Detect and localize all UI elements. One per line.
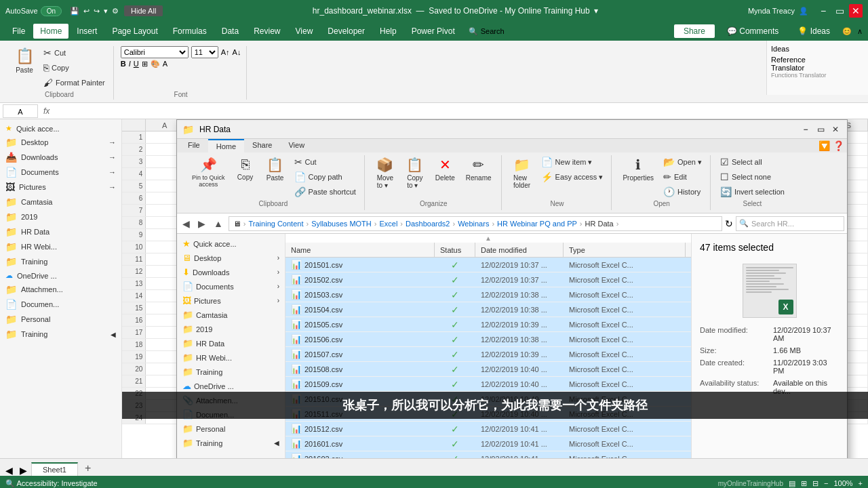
nav-hrwebinar-item[interactable]: 📁 HR Webi... — [177, 350, 285, 365]
back-btn[interactable]: ◀ — [180, 217, 193, 230]
exp-paste-btn[interactable]: 📋 Paste — [262, 155, 289, 183]
zoom-in-btn[interactable]: + — [859, 479, 863, 487]
exp-copy-to-btn[interactable]: 📋 Copyto ▾ — [401, 155, 429, 190]
breadcrumb-syllabuses[interactable]: Syllabuses MOTH — [311, 220, 372, 228]
search-box[interactable]: 🔍 Search — [469, 27, 505, 36]
minimize-button[interactable]: − — [816, 4, 830, 18]
nav-personal-item[interactable]: 📁 Personal — [177, 422, 285, 436]
exp-easy-access-btn[interactable]: ⚡ Easy access ▾ — [538, 170, 606, 184]
save-icon[interactable]: 💾 — [70, 7, 79, 16]
nav-downloads[interactable]: 📥 Downloads → — [0, 150, 121, 165]
comments-button[interactable]: 💬 Comments — [720, 24, 785, 38]
sheet-tab-sheet1[interactable]: Sheet1 — [31, 462, 78, 476]
refresh-btn[interactable]: ↻ — [725, 218, 733, 229]
exp-new-folder-btn[interactable]: 📁 Newfolder — [509, 155, 536, 190]
explorer-minimize-btn[interactable]: − — [800, 123, 812, 136]
exp-paste-shortcut-btn[interactable]: 🔗 Paste shortcut — [292, 185, 359, 199]
menu-help[interactable]: Help — [373, 24, 403, 39]
menu-page-layout[interactable]: Page Layout — [105, 24, 164, 39]
exp-copy-btn[interactable]: ⎘ Copy — [232, 155, 259, 182]
nav-desktop-item[interactable]: 🖥 Desktop › — [177, 251, 285, 265]
cut-button[interactable]: ✂ Cut — [41, 46, 108, 60]
accessibility-label[interactable]: 🔍 Accessibility: Investigate — [5, 479, 98, 488]
explorer-close-btn[interactable]: ✕ — [829, 123, 842, 136]
italic-btn[interactable]: I — [129, 60, 131, 68]
nav-hr-data[interactable]: 📁 HR Data — [0, 224, 121, 239]
exp-delete-btn[interactable]: ✕ Delete — [431, 155, 459, 183]
menu-data[interactable]: Data — [215, 24, 245, 39]
nav-pictures-item[interactable]: 🖼 Pictures › — [177, 293, 285, 308]
file-row[interactable]: 📊 201512.csv ✓ 12/02/2019 10:41 ... Micr… — [285, 422, 691, 436]
exp-properties-btn[interactable]: ℹ Properties — [618, 155, 658, 183]
view-page-break-btn[interactable]: ⊟ — [812, 479, 818, 488]
menu-power-pivot[interactable]: Power Pivot — [405, 24, 462, 39]
font-color-btn[interactable]: A — [163, 60, 167, 68]
file-row[interactable]: 📊 201502.csv ✓ 12/02/2019 10:37 ... Micr… — [285, 272, 691, 287]
file-row[interactable]: 📊 201503.csv ✓ 12/02/2019 10:38 ... Micr… — [285, 287, 691, 302]
breadcrumb-excel[interactable]: Excel — [379, 220, 397, 228]
exp-new-item-btn[interactable]: 📄 New item ▾ — [538, 155, 606, 169]
format-painter-button[interactable]: 🖌 Format Painter — [41, 76, 108, 89]
breadcrumb-webinars[interactable]: Webinars — [458, 220, 489, 228]
col-header-date[interactable]: Date modified — [475, 243, 564, 257]
zoom-out-btn[interactable]: − — [824, 479, 828, 487]
file-row[interactable]: 📊 201601.csv ✓ 12/02/2019 10:41 ... Micr… — [285, 436, 691, 451]
nav-hr-webinar[interactable]: 📁 HR Webi... — [0, 239, 121, 254]
ideas-button[interactable]: 💡 Ideas — [791, 24, 837, 38]
menu-insert[interactable]: Insert — [70, 24, 104, 39]
explorer-search-box[interactable]: 🔍 Search HR... — [736, 216, 844, 231]
explorer-tab-share[interactable]: Share — [244, 139, 280, 152]
menu-formulas[interactable]: Formulas — [166, 24, 214, 39]
customize-icon[interactable]: ⚙ — [112, 7, 119, 16]
maximize-button[interactable]: ▭ — [833, 4, 846, 18]
file-row[interactable]: 📊 201508.csv ✓ 12/02/2019 10:40 ... Micr… — [285, 362, 691, 377]
translator-item[interactable]: Translator — [771, 64, 864, 72]
file-row[interactable]: 📊 201509.csv ✓ 12/02/2019 10:40 ... Micr… — [285, 377, 691, 392]
nav-onedrive-item[interactable]: ☁ OneDrive ... — [177, 379, 285, 393]
nav-documents-2[interactable]: 📄 Documen... — [0, 297, 121, 312]
explorer-tab-file[interactable]: File — [180, 139, 208, 152]
explorer-up-btn[interactable]: ❓ — [833, 140, 844, 151]
undo-dropdown-icon[interactable]: ▾ — [104, 7, 108, 16]
decrease-font-btn[interactable]: A↓ — [233, 48, 241, 56]
redo-icon[interactable]: ↪ — [94, 7, 100, 16]
paste-button[interactable]: 📋 Paste — [11, 46, 38, 75]
reference-item[interactable]: Reference — [771, 56, 864, 64]
nav-quick-access-item[interactable]: ★ Quick acce... — [177, 237, 285, 251]
menu-file[interactable]: File — [5, 24, 32, 39]
file-row[interactable]: 📊 201504.csv ✓ 12/02/2019 10:38 ... Micr… — [285, 302, 691, 317]
scroll-up-arrow[interactable]: ▲ — [285, 234, 691, 243]
nav-onedrive[interactable]: ☁ OneDrive ... — [0, 269, 121, 282]
file-row[interactable]: 📊 201505.csv ✓ 12/02/2019 10:39 ... Micr… — [285, 317, 691, 332]
formula-input[interactable] — [55, 107, 865, 115]
increase-font-btn[interactable]: A↑ — [221, 48, 230, 56]
view-normal-btn[interactable]: ▤ — [789, 479, 795, 488]
emoji-icon[interactable]: 😊 — [842, 27, 852, 36]
exp-open-btn[interactable]: 📂 Open ▾ — [660, 155, 705, 169]
explorer-tab-view[interactable]: View — [280, 139, 313, 152]
view-layout-btn[interactable]: ⊞ — [801, 479, 807, 488]
col-header-type[interactable]: Type — [564, 243, 686, 257]
breadcrumb-hr-webinar[interactable]: HR Webinar PQ and PP — [497, 220, 577, 228]
nav-2019[interactable]: 📁 2019 — [0, 209, 121, 224]
forward-btn[interactable]: ▶ — [195, 217, 208, 230]
breadcrumb-training-content[interactable]: Training Content — [249, 220, 304, 228]
nav-camtasia-item[interactable]: 📁 Camtasia — [177, 308, 285, 322]
nav-hrdata-item[interactable]: 📁 HR Data — [177, 336, 285, 350]
up-btn[interactable]: ▲ — [211, 217, 226, 230]
add-sheet-button[interactable]: + — [79, 461, 96, 476]
sheet-nav-left[interactable]: ◀ — [3, 465, 16, 476]
exp-rename-btn[interactable]: ✏ Rename — [462, 155, 496, 183]
nav-camtasia[interactable]: 📁 Camtasia — [0, 195, 121, 209]
exp-invert-selection-btn[interactable]: 🔄 Invert selection — [717, 185, 787, 199]
underline-btn[interactable]: U — [134, 60, 139, 68]
explorer-help-btn[interactable]: 🔽 — [818, 140, 830, 151]
bold-btn[interactable]: B — [121, 60, 126, 68]
exp-pin-btn[interactable]: 📌 Pin to Quickaccess — [188, 155, 229, 189]
nav-2019-item[interactable]: 📁 2019 — [177, 322, 285, 336]
breadcrumb-dashboards2[interactable]: Dashboards2 — [406, 220, 450, 228]
nav-documents[interactable]: 📄 Documents → — [0, 165, 121, 180]
share-button[interactable]: Share — [674, 24, 715, 38]
border-btn[interactable]: ⊞ — [142, 60, 148, 68]
col-header-name[interactable]: Name — [285, 243, 435, 257]
